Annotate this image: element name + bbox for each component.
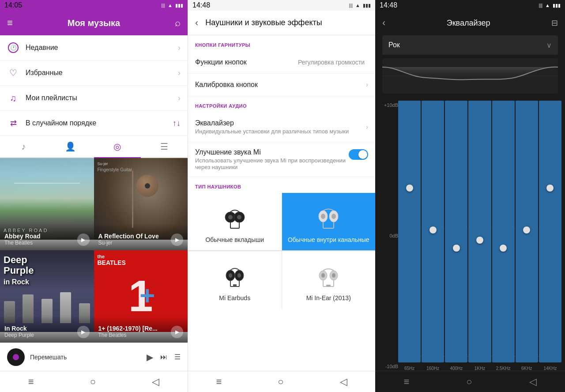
eq-arrow: › <box>366 123 368 131</box>
settings-btn-functions[interactable]: Функции кнопок Регулировка громкости <box>188 51 375 74</box>
mi-sound-toggle[interactable] <box>349 149 368 160</box>
headphone-mi-in-ear[interactable]: Mi In-Ear (2013) <box>282 251 376 309</box>
svg-point-15 <box>229 273 232 278</box>
mi-sound-subtitle: Использовать улучшение звука Mi при восп… <box>195 157 349 170</box>
tab-artists[interactable]: 👤 <box>47 136 94 157</box>
panel3-bottom-home[interactable]: ○ <box>466 376 472 388</box>
eq-track-400hz[interactable] <box>445 101 467 362</box>
eq-band-1khz: 1KHz <box>468 101 491 371</box>
eq-freq-160hz: 160Hz <box>426 366 439 371</box>
bottom-nav-back[interactable]: ◁ <box>152 376 159 388</box>
panel1-bottom-nav: ≡ ○ ◁ <box>0 371 188 392</box>
album-card-beatles1[interactable]: theBEATLES 1 + 1+ (1962-1970) [Re... The… <box>94 250 188 343</box>
eq-track-14khz[interactable] <box>539 101 561 362</box>
album-title-inrock: In Rock <box>4 325 90 332</box>
tab-albums[interactable]: ♪ <box>0 136 47 157</box>
tab-files[interactable]: ☰ <box>141 136 188 157</box>
eq-curve-graph <box>382 58 558 94</box>
btn-calibrate-title: Калибровка кнопок <box>195 81 366 89</box>
eq-track-6khz[interactable] <box>516 101 538 362</box>
regular-earbuds-icon <box>222 202 248 233</box>
settings-mi-sound[interactable]: Улучшение звука Mi Использовать улучшени… <box>188 142 375 177</box>
panel2-bottom-menu[interactable]: ≡ <box>216 376 222 388</box>
nav-item-recent[interactable]: 🕐 Недавние › <box>0 35 188 60</box>
panel3-bottom-back[interactable]: ◁ <box>529 376 537 388</box>
panel1-wifi-icon: ▲ <box>168 3 173 8</box>
panel2-bottom-back[interactable]: ◁ <box>340 376 347 388</box>
panel2-bottom-nav: ≡ ○ ◁ <box>188 371 375 392</box>
panel3-bottom-menu[interactable]: ≡ <box>403 376 409 388</box>
tab-songs[interactable]: ◎ <box>94 136 141 157</box>
player-thumbnail <box>7 348 25 366</box>
page-title: Моя музыка <box>68 18 120 28</box>
headphone-mi-earbuds[interactable]: Mi Earbuds <box>188 251 282 309</box>
tab-bar: ♪ 👤 ◎ ☰ <box>0 136 188 158</box>
album-play-reflection[interactable]: ▶ <box>171 234 183 246</box>
panel3-status-bar: 14:48 ||| ▲ ▮▮▮ <box>375 0 565 11</box>
eq-band-2_5khz: 2.5KHz <box>492 101 515 371</box>
panel3-status-icons: ||| ▲ ▮▮▮ <box>539 3 561 8</box>
next-button[interactable]: ⏭ <box>160 353 167 361</box>
album-card-in-rock[interactable]: DeepPurplein Rock In Rock Deep Purple ▶ <box>0 250 94 343</box>
sort-icon[interactable]: ↑↓ <box>173 119 181 128</box>
eq-track-1khz[interactable] <box>468 101 491 362</box>
eq-knob-2_5khz[interactable] <box>500 245 507 252</box>
nav-item-favorites[interactable]: ♡ Избранные › <box>0 60 188 86</box>
eq-knob-160hz[interactable] <box>429 226 437 234</box>
player-controls: ▶ ⏭ ☰ <box>147 352 181 362</box>
db-label-zero: 0dB <box>379 233 398 238</box>
panel3-menu-icon[interactable]: ⊟ <box>551 18 558 28</box>
panel3-signal-icon: ||| <box>539 3 543 8</box>
eq-freq-65hz: 65Hz <box>404 366 414 371</box>
nav-item-shuffle[interactable]: ⇄ В случайном порядке ↑↓ <box>0 111 188 136</box>
bottom-nav-menu[interactable]: ≡ <box>28 376 34 388</box>
mi-in-ear-label: Mi In-Ear (2013) <box>306 294 351 302</box>
headphone-regular[interactable]: Обычные вкладыши <box>188 193 282 250</box>
eq-preset-bar[interactable]: Рок ∨ <box>382 35 558 55</box>
panel3-battery-icon: ▮▮▮ <box>553 3 561 8</box>
mi-earbuds-icon <box>222 260 248 291</box>
eq-knob-65hz[interactable] <box>406 185 413 192</box>
eq-track-2_5khz[interactable] <box>492 101 515 362</box>
eq-knob-400hz[interactable] <box>453 245 460 252</box>
in-ear-label: Обычные внутри канальные <box>288 236 369 243</box>
nav-item-playlists[interactable]: ♫ Мои плейлисты › <box>0 86 188 111</box>
nav-playlists-label: Мои плейлисты <box>26 94 178 102</box>
eq-track-160hz[interactable] <box>422 101 444 362</box>
settings-btn-calibrate[interactable]: Калибровка кнопок › <box>188 74 375 96</box>
album-play-abbey[interactable]: ▶ <box>77 234 90 246</box>
album-play-inrock[interactable]: ▶ <box>77 326 90 338</box>
svg-point-25 <box>332 273 335 278</box>
eq-knob-14khz[interactable] <box>546 185 554 192</box>
eq-track-65hz[interactable] <box>398 101 421 362</box>
mi-sound-title: Улучшение звука Mi <box>195 148 349 156</box>
regular-earbuds-label: Обычные вкладыши <box>205 236 264 243</box>
bottom-nav-home[interactable]: ○ <box>90 376 96 388</box>
section-label-audio: НАСТРОЙКИ АУДИО <box>188 96 375 112</box>
eq-knob-1khz[interactable] <box>476 237 483 244</box>
album-artist-abbey: The Beatles <box>4 240 90 246</box>
eq-knob-6khz[interactable] <box>523 226 530 234</box>
panel2-bottom-home[interactable]: ○ <box>278 376 283 388</box>
favorites-icon: ♡ <box>7 67 19 79</box>
eq-freq-2_5khz: 2.5KHz <box>496 366 511 371</box>
btn-calibrate-arrow: › <box>366 81 368 89</box>
queue-button[interactable]: ☰ <box>174 353 181 361</box>
panel3-title: Эквалайзер <box>447 19 490 28</box>
album-grid: ABBEY ROAD Abbey Road The Beatles ▶ <box>0 158 188 343</box>
panel2-time: 14:48 <box>192 1 210 9</box>
panel1-signal-icon: ||| <box>162 3 166 8</box>
btn-functions-value: Регулировка громкости <box>298 59 365 66</box>
headphone-in-ear[interactable]: Обычные внутри канальные <box>282 193 376 250</box>
tab-files-icon: ☰ <box>160 141 168 152</box>
album-play-beatles1[interactable]: ▶ <box>171 326 183 338</box>
settings-equalizer[interactable]: Эквалайзер Индивидуальные установки для … <box>188 112 375 142</box>
menu-icon[interactable]: ≡ <box>7 17 13 29</box>
back-button[interactable]: ‹ <box>195 17 198 29</box>
search-icon[interactable]: ⌕ <box>175 17 181 29</box>
album-card-reflection[interactable]: Su-jerFingerstyle Guitar A Reflection Of… <box>94 158 188 250</box>
album-card-abbey-road[interactable]: ABBEY ROAD Abbey Road The Beatles ▶ <box>0 158 94 250</box>
section-label-buttons: КНОПКИ ГАРНИТУРЫ <box>188 35 375 51</box>
panel3-back-button[interactable]: ‹ <box>382 17 385 29</box>
play-button[interactable]: ▶ <box>147 352 153 362</box>
